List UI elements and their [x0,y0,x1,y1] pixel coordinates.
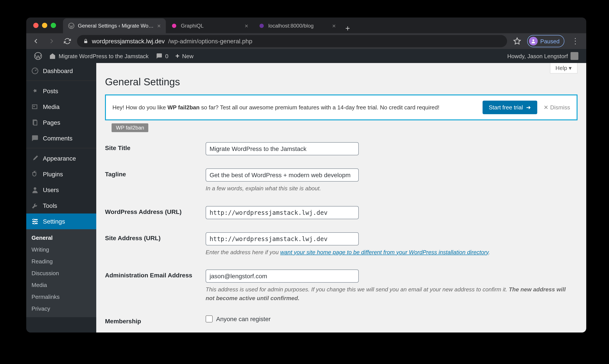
tagline-description: In a few words, explain what this site i… [206,184,573,193]
sidebar-item-label: Appearance [43,155,76,162]
sidebar-item-label: Dashboard [43,67,73,74]
site-url-description: Enter the address here if you want your … [206,248,573,256]
settings-form: Site Title Tagline In a few words, expla… [105,136,578,333]
wp-url-input[interactable] [206,206,359,219]
settings-submenu: General Writing Reading Discussion Media… [26,229,96,317]
lock-icon [83,39,88,44]
svg-point-16 [33,219,34,220]
sidebar-item-label: Comments [43,135,72,142]
site-url-help-link[interactable]: want your site home page to be different… [280,249,489,255]
membership-label: Membership [105,309,201,333]
svg-rect-11 [34,120,37,125]
sidebar-item-pages[interactable]: Pages [26,115,96,130]
sidebar-item-plugins[interactable]: Plugins [26,166,96,182]
tab-label: GraphiQL [181,23,204,29]
submenu-item-reading[interactable]: Reading [26,256,96,267]
wp-url-label: WordPress Address (URL) [105,199,201,225]
sidebar-item-label: Users [43,186,59,193]
submenu-item-writing[interactable]: Writing [26,244,96,256]
sidebar-item-tools[interactable]: Tools [26,198,96,213]
wp-admin-bar: Migrate WordPress to the Jamstack 0 + Ne… [26,49,586,63]
admin-email-description: This address is used for admin purposes.… [206,285,573,302]
site-title-input[interactable] [206,142,359,155]
url-host: wordpressjamstack.lwj.dev [92,38,165,45]
maximize-window-button[interactable] [51,23,56,28]
site-url-input[interactable] [206,232,359,245]
svg-marker-4 [514,38,520,44]
tagline-input[interactable] [206,169,359,182]
settings-icon [31,217,39,226]
submenu-item-permalinks[interactable]: Permalinks [26,291,96,303]
close-tab-icon[interactable]: × [157,22,161,29]
brush-icon [31,154,39,163]
sidebar-item-comments[interactable]: Comments [26,130,96,146]
dismiss-button[interactable]: ✕ Dismiss [544,104,570,111]
start-trial-button[interactable]: Start free trial ➜ [482,101,537,114]
minimize-window-button[interactable] [42,23,47,28]
profile-paused-button[interactable]: Paused [527,35,564,47]
new-content-button[interactable]: + New [172,49,197,63]
help-toggle[interactable]: Help ▾ [550,63,578,74]
sidebar-item-appearance[interactable]: Appearance [26,151,96,166]
howdy-user-link[interactable]: Howdy, Jason Lengstorf [504,49,582,63]
sidebar-item-settings[interactable]: Settings [26,213,96,229]
new-tab-button[interactable]: + [341,24,354,33]
site-name-label: Migrate WordPress to the Jamstack [59,53,149,59]
site-title-label: Site Title [105,136,201,162]
dashboard-icon [31,66,39,75]
bookmark-star-icon[interactable] [511,37,524,45]
admin-email-input[interactable] [206,270,359,283]
comment-icon [31,134,39,143]
tab-bar: General Settings ‹ Migrate Wo… × GraphiQ… [26,17,586,33]
svg-point-5 [532,39,534,41]
tab-general-settings[interactable]: General Settings ‹ Migrate Wo… × [63,18,166,33]
tab-graphiql[interactable]: GraphiQL × [166,18,254,33]
address-bar: wordpressjamstack.lwj.dev/wp-admin/optio… [26,33,586,49]
submenu-item-discussion[interactable]: Discussion [26,267,96,279]
avatar-icon [529,37,538,46]
wp-logo-button[interactable] [31,49,46,63]
sidebar-item-dashboard[interactable]: Dashboard [26,63,96,79]
admin-email-label: Administration Email Address [105,263,201,309]
close-tab-icon[interactable]: × [332,22,336,29]
avatar-icon [570,52,578,60]
sidebar-item-label: Posts [43,88,58,94]
forward-button[interactable] [46,35,58,47]
submenu-item-media[interactable]: Media [26,279,96,291]
wordpress-favicon-icon [68,23,74,29]
submenu-item-general[interactable]: General [26,232,96,244]
wrench-icon [31,201,39,210]
submenu-item-privacy[interactable]: Privacy [26,303,96,314]
gatsby-favicon-icon [259,23,265,29]
help-label: Help [555,65,567,71]
close-tab-icon[interactable]: × [245,22,248,29]
svg-point-1 [172,24,177,28]
promo-notice: Hey! How do you like WP fail2ban so far?… [105,94,578,120]
membership-checkbox-label[interactable]: Anyone can register [206,315,573,323]
sidebar-item-label: Tools [43,202,57,209]
notice-text: Hey! How do you like WP fail2ban so far?… [112,104,476,111]
browser-menu-button[interactable]: ⋮ [568,36,583,46]
site-name-link[interactable]: Migrate WordPress to the Jamstack [46,49,152,63]
new-label: New [182,53,194,59]
sidebar-item-posts[interactable]: Posts [26,83,96,99]
svg-point-12 [34,187,36,190]
tab-label: General Settings ‹ Migrate Wo… [78,23,154,29]
comments-link[interactable]: 0 [152,49,172,63]
back-button[interactable] [30,35,42,47]
url-input[interactable]: wordpressjamstack.lwj.dev/wp-admin/optio… [77,35,507,47]
tab-localhost[interactable]: localhost:8000/blog × [254,18,341,33]
reload-button[interactable] [61,35,74,47]
sidebar-item-label: Plugins [43,171,63,178]
sidebar-item-media[interactable]: Media [26,99,96,115]
close-window-button[interactable] [33,23,39,28]
svg-point-18 [34,223,35,224]
membership-checkbox[interactable] [206,315,213,323]
plugin-badge: WP fail2ban [112,123,149,132]
sidebar-item-users[interactable]: Users [26,182,96,198]
window-controls [30,23,60,28]
svg-point-9 [33,106,35,107]
content-area: Help ▾ General Settings Hey! How do you … [96,63,586,333]
graphql-favicon-icon [171,23,177,29]
tab-label: localhost:8000/blog [268,23,314,29]
